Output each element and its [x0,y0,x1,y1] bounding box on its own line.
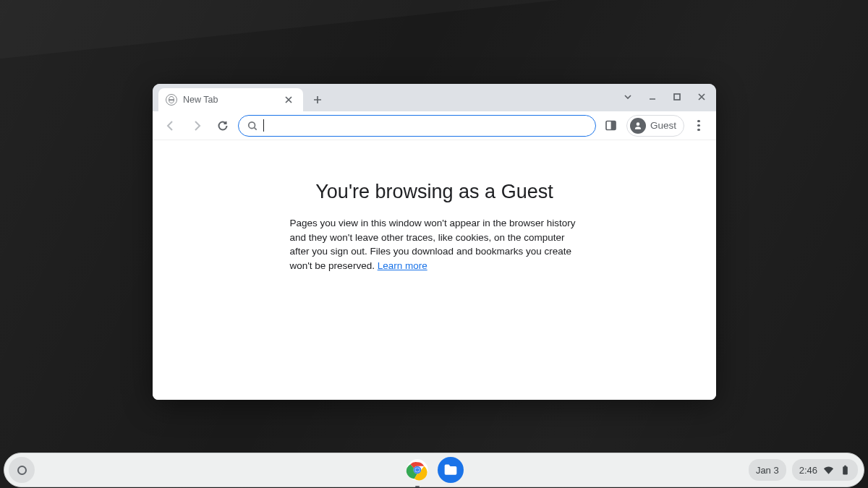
launcher-button[interactable] [9,457,35,483]
maximize-button[interactable] [668,88,686,106]
svg-rect-0 [674,94,680,100]
close-window-button[interactable] [693,88,710,106]
shelf: Jan 3 2:46 [4,453,864,487]
status-tray[interactable]: 2:46 [792,459,858,481]
side-panel-button[interactable] [600,115,622,137]
shelf-app-files[interactable] [438,457,464,483]
status-time: 2:46 [799,465,817,476]
svg-point-1 [249,121,255,128]
address-bar[interactable] [238,115,596,137]
status-date[interactable]: Jan 3 [749,459,786,481]
chrome-icon [406,458,429,481]
browser-window: New Tab [153,84,716,400]
tab-title: New Tab [183,95,274,105]
tab-new-tab[interactable]: New Tab [158,88,303,111]
launcher-icon [17,466,27,475]
guest-description: Pages you view in this window won't appe… [290,216,579,273]
tab-search-button[interactable] [619,88,637,106]
wifi-icon [823,465,834,476]
back-button[interactable] [160,115,182,137]
tab-strip: New Tab [153,84,716,111]
guest-heading: You're browsing as a Guest [315,181,553,203]
profile-label: Guest [650,120,676,131]
search-icon [247,121,258,131]
tab-close-button[interactable] [280,91,297,108]
battery-icon [840,465,851,476]
svg-rect-9 [844,465,846,466]
svg-rect-8 [843,466,848,474]
running-indicator [415,486,420,487]
shelf-app-chrome[interactable] [404,457,430,483]
forward-button[interactable] [186,115,208,137]
learn-more-link[interactable]: Learn more [378,260,427,271]
avatar-icon [630,118,646,134]
globe-icon [166,94,177,106]
profile-chip[interactable]: Guest [626,115,684,137]
text-cursor [263,119,264,132]
new-tab-button[interactable] [309,91,326,108]
reload-button[interactable] [212,115,234,137]
address-input[interactable] [270,116,587,136]
window-controls [619,88,710,106]
toolbar: Guest [153,111,716,140]
svg-point-7 [415,468,420,472]
minimize-button[interactable] [644,88,661,106]
chrome-menu-button[interactable] [689,116,709,136]
folder-icon [443,463,458,476]
page-content: You're browsing as a Guest Pages you vie… [153,140,716,400]
svg-rect-3 [612,121,616,130]
